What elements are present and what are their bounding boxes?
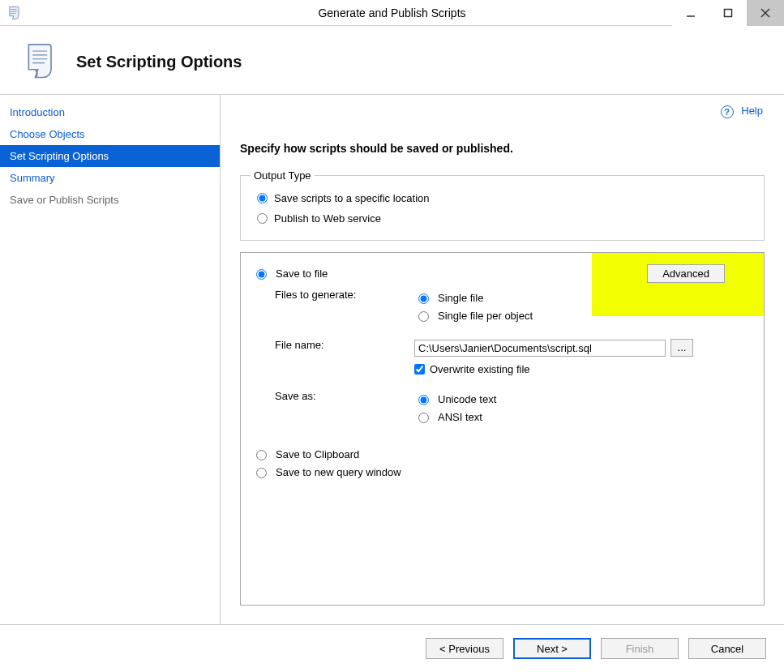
radio-publish-web[interactable]: Publish to Web service bbox=[251, 208, 754, 229]
step-set-scripting-options[interactable]: Set Scripting Options bbox=[0, 145, 220, 167]
overwrite-label: Overwrite existing file bbox=[430, 363, 530, 375]
help-icon: ? bbox=[721, 105, 734, 118]
scroll-icon bbox=[19, 41, 62, 83]
svg-rect-1 bbox=[725, 10, 732, 17]
files-to-generate-label: Files to generate: bbox=[275, 289, 414, 301]
radio-unicode-label: Unicode text bbox=[438, 393, 496, 405]
window-buttons bbox=[672, 0, 784, 26]
radio-single-file-per-object-label: Single file per object bbox=[438, 310, 533, 322]
radio-save-to-new-query-label: Save to new query window bbox=[276, 466, 401, 478]
page-header: Set Scripting Options bbox=[0, 26, 784, 95]
radio-save-location-input[interactable] bbox=[257, 193, 268, 203]
step-summary[interactable]: Summary bbox=[0, 167, 220, 189]
step-save-or-publish: Save or Publish Scripts bbox=[0, 189, 220, 211]
wizard-footer: < Previous Next > Finish Cancel bbox=[0, 624, 784, 672]
radio-unicode[interactable]: Unicode text bbox=[414, 390, 752, 408]
step-introduction[interactable]: Introduction bbox=[0, 101, 220, 123]
next-button[interactable]: Next > bbox=[513, 638, 591, 659]
save-as-label: Save as: bbox=[275, 390, 414, 402]
help-link[interactable]: Help bbox=[741, 105, 763, 117]
radio-ansi-label: ANSI text bbox=[438, 411, 482, 423]
browse-button[interactable]: ... bbox=[670, 339, 693, 357]
output-type-legend: Output Type bbox=[251, 169, 315, 182]
minimize-icon bbox=[686, 8, 696, 18]
radio-publish-web-label: Publish to Web service bbox=[274, 212, 381, 225]
finish-button[interactable]: Finish bbox=[601, 638, 679, 659]
wizard-steps: Introduction Choose Objects Set Scriptin… bbox=[0, 95, 221, 671]
previous-button[interactable]: < Previous bbox=[426, 638, 503, 659]
maximize-icon bbox=[723, 8, 733, 18]
advanced-button[interactable]: Advanced bbox=[647, 264, 725, 283]
output-type-group: Output Type Save scripts to a specific l… bbox=[240, 169, 765, 241]
radio-single-file-input[interactable] bbox=[418, 293, 429, 304]
save-options-panel: Advanced Save to file Files to generate:… bbox=[240, 252, 765, 606]
radio-save-to-file-label: Save to file bbox=[276, 268, 328, 280]
step-choose-objects[interactable]: Choose Objects bbox=[0, 123, 220, 145]
overwrite-checkbox[interactable] bbox=[414, 364, 425, 375]
radio-publish-web-input[interactable] bbox=[257, 213, 268, 224]
radio-unicode-input[interactable] bbox=[418, 395, 429, 405]
close-button[interactable] bbox=[747, 0, 784, 26]
radio-save-location-label: Save scripts to a specific location bbox=[274, 192, 429, 204]
cancel-button[interactable]: Cancel bbox=[688, 638, 766, 659]
titlebar: Generate and Publish Scripts bbox=[0, 0, 784, 26]
radio-save-to-new-query[interactable]: Save to new query window bbox=[252, 463, 752, 481]
file-name-label: File name: bbox=[275, 339, 414, 351]
radio-save-to-file-input[interactable] bbox=[256, 269, 267, 280]
window-title: Generate and Publish Scripts bbox=[0, 6, 784, 19]
close-icon bbox=[760, 8, 770, 18]
radio-single-file-per-object-input[interactable] bbox=[418, 311, 429, 322]
radio-save-to-clipboard[interactable]: Save to Clipboard bbox=[252, 445, 752, 463]
section-heading: Specify how scripts should be saved or p… bbox=[240, 142, 765, 155]
maximize-button[interactable] bbox=[709, 0, 747, 26]
radio-save-to-clipboard-input[interactable] bbox=[256, 450, 267, 460]
advanced-highlight bbox=[592, 253, 764, 316]
radio-save-to-new-query-input[interactable] bbox=[256, 468, 267, 478]
file-name-input[interactable] bbox=[414, 340, 666, 357]
radio-save-location[interactable]: Save scripts to a specific location bbox=[251, 188, 754, 208]
minimize-button[interactable] bbox=[672, 0, 709, 26]
page-title: Set Scripting Options bbox=[76, 53, 242, 71]
overwrite-checkbox-row[interactable]: Overwrite existing file bbox=[414, 363, 752, 375]
radio-ansi[interactable]: ANSI text bbox=[414, 408, 752, 426]
radio-ansi-input[interactable] bbox=[418, 413, 429, 423]
app-icon bbox=[6, 5, 23, 21]
radio-save-to-clipboard-label: Save to Clipboard bbox=[276, 448, 359, 460]
wizard-body: Introduction Choose Objects Set Scriptin… bbox=[0, 95, 784, 671]
wizard-main: ? Help Specify how scripts should be sav… bbox=[221, 95, 784, 671]
radio-single-file-label: Single file bbox=[438, 292, 483, 304]
help-bar: ? Help bbox=[721, 105, 763, 118]
